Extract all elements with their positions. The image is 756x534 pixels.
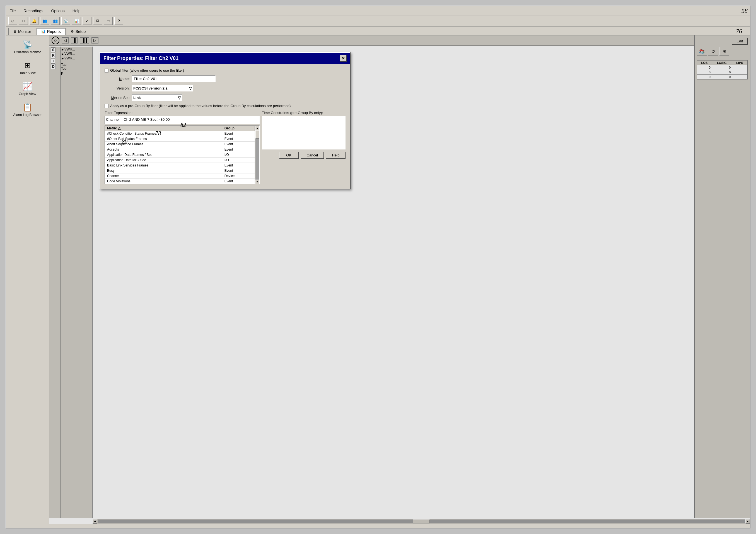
tab-setup-label: Setup	[76, 29, 86, 34]
version-label: Version:	[105, 86, 130, 90]
filter-metric-6: Basic Link Services Frames	[105, 163, 222, 168]
filter-expression-box[interactable]: Channel = Ch 2 AND MB ? Sec > 30.00	[105, 116, 259, 124]
metric-set-select[interactable]: Link ▽	[132, 94, 182, 101]
menu-recordings[interactable]: Recordings	[23, 8, 45, 14]
toolbar-btn-2[interactable]: □	[19, 17, 28, 25]
filter-row-0[interactable]: #Check Condition Status Frames Event	[105, 131, 255, 136]
version-dropdown-arrow: ▽	[189, 86, 192, 90]
toolbar-btn-7[interactable]: 📊	[72, 17, 81, 25]
toolbar-btn-5[interactable]: 👥	[51, 17, 60, 25]
filter-expression-label: Filter Expression:	[105, 111, 259, 115]
scroll-track[interactable]	[256, 130, 259, 179]
graphview-icon: 📈	[23, 82, 32, 91]
filter-metric-7: Busy	[105, 168, 222, 174]
filter-metric-4: Application Data Frames / Sec	[105, 152, 222, 158]
filter-table-container: Metric △ Group #Check Condition Status F	[105, 125, 259, 184]
toolbar-btn-3[interactable]: 🔔	[30, 17, 39, 25]
filter-metric-8: Channel	[105, 174, 222, 179]
filter-group-2: Event	[222, 142, 255, 147]
tab-monitor-label: Monitor	[18, 29, 31, 34]
menu-help[interactable]: Help	[71, 8, 82, 14]
name-label: Name:	[105, 77, 130, 81]
global-filter-row: Global filter (allow other users to use …	[105, 68, 345, 72]
content-area: 📡 Utilization Monitor ⊞ Table View 📈 Gra…	[6, 36, 750, 524]
toolbar-btn-4[interactable]: 👥	[40, 17, 49, 25]
filter-vscrollbar[interactable]: ▲ ▼	[255, 126, 259, 184]
annotation-76: 76	[736, 28, 748, 35]
menu-options[interactable]: Options	[50, 8, 66, 14]
toolbar-btn-6[interactable]: 📡	[61, 17, 70, 25]
version-value: FC/SCSI version 2.2	[133, 86, 168, 90]
menu-bar: File Recordings Options Help 58	[6, 6, 750, 16]
filter-row-3[interactable]: Accepts Event	[105, 147, 255, 152]
toolbar-btn-11[interactable]: ?	[114, 17, 123, 25]
setup-icon: ⚙	[71, 30, 74, 34]
scroll-thumb[interactable]	[256, 130, 259, 139]
tab-monitor[interactable]: 🖥 Monitor	[8, 28, 36, 35]
scroll-up-btn[interactable]: ▲	[255, 126, 259, 130]
toolbar-btn-1[interactable]: ⊙	[8, 17, 17, 25]
modal-body: Global filter (allow other users to use …	[100, 64, 350, 189]
filter-row-4[interactable]: Application Data Frames / Sec I/O	[105, 152, 255, 158]
filter-group-3: Event	[222, 147, 255, 152]
metric-set-value: Link	[133, 96, 141, 100]
tab-bar: 🖥 Monitor 📊 Reports ⚙ Setup 76	[6, 26, 750, 36]
sidebar-graphview-label: Graph View	[19, 92, 36, 96]
version-select[interactable]: FC/SCSI version 2.2 ▽	[132, 85, 193, 92]
global-filter-label: Global filter (allow other users to use …	[110, 68, 184, 72]
filter-group-7: Event	[222, 168, 255, 174]
time-constraints-label: Time Constraints (pre-Group By only):	[262, 111, 345, 115]
toolbar-btn-9[interactable]: 🖥	[93, 17, 102, 25]
scroll-down-btn[interactable]: ▼	[255, 179, 259, 184]
filter-row-2[interactable]: Abort Sequence Frames Event	[105, 142, 255, 147]
tab-reports-label: Reports	[47, 29, 61, 34]
pregroup-row: Apply as a pre-Group By filter (filter w…	[105, 104, 345, 108]
filter-table-header-row: Metric △ Group	[105, 126, 255, 131]
filter-left: Filter Expression: Channel = Ch 2 AND MB…	[105, 111, 259, 184]
name-row: Name:	[105, 75, 345, 82]
filter-scrollbar-container: Metric △ Group #Check Condition Status F	[105, 126, 259, 184]
sidebar-utilization-label: Utilization Monitor	[14, 50, 41, 54]
metric-set-row: Mertric Set: Link ▽	[105, 94, 345, 101]
filter-row-9[interactable]: Code Violations Event	[105, 179, 255, 184]
filter-group-9: Event	[222, 179, 255, 184]
filter-metric-3: Accepts	[105, 147, 222, 152]
filter-row-1[interactable]: #Other Bad Status Frames Event	[105, 136, 255, 142]
filter-row-7[interactable]: Busy Event	[105, 168, 255, 174]
pregroup-checkbox[interactable]	[105, 104, 108, 108]
toolbar-btn-8[interactable]: ✓	[83, 17, 92, 25]
utilization-icon: 📡	[23, 40, 32, 49]
ok-button[interactable]: OK	[279, 152, 299, 159]
time-constraints-box[interactable]	[262, 116, 345, 149]
filter-metric-5: Application Data MB / Sec	[105, 158, 222, 163]
sidebar: 📡 Utilization Monitor ⊞ Table View 📈 Gra…	[6, 36, 49, 524]
filter-group-6: Event	[222, 163, 255, 168]
monitor-icon: 🖥	[13, 30, 16, 34]
sidebar-alarmlog-label: Alarm Log Browser	[13, 113, 41, 117]
toolbar-btn-10[interactable]: ▭	[104, 17, 113, 25]
modal-close-btn[interactable]: ✕	[340, 55, 347, 62]
filter-metric-2: Abort Sequence Frames	[105, 142, 222, 147]
tab-setup[interactable]: ⚙ Setup	[66, 28, 91, 35]
reports-icon: 📊	[41, 30, 45, 34]
filter-group-1: Event	[222, 136, 255, 142]
cancel-button[interactable]: Cancel	[301, 152, 324, 159]
sidebar-item-utilization[interactable]: 📡 Utilization Monitor	[7, 38, 48, 56]
sidebar-item-tableview[interactable]: ⊞ Table View	[7, 59, 48, 77]
sidebar-tableview-label: Table View	[19, 71, 36, 75]
sidebar-item-graphview[interactable]: 📈 Graph View	[7, 79, 48, 98]
help-button[interactable]: Help	[326, 152, 345, 159]
filter-row-6[interactable]: Basic Link Services Frames Event	[105, 163, 255, 168]
pregroup-label: Apply as a pre-Group By filter (filter w…	[110, 104, 290, 108]
filter-area: Filter Expression: Channel = Ch 2 AND MB…	[105, 111, 345, 184]
filter-row-5[interactable]: Application Data MB / Sec I/O	[105, 158, 255, 163]
tab-reports[interactable]: 📊 Reports	[37, 28, 66, 35]
name-input[interactable]	[132, 75, 216, 82]
filter-row-8[interactable]: Channel Device	[105, 174, 255, 179]
sidebar-item-alarmlog[interactable]: 📋 Alarm Log Browser	[7, 100, 48, 119]
filter-metric-1: #Other Bad Status Frames	[105, 136, 222, 142]
menu-file[interactable]: File	[8, 8, 17, 14]
global-filter-checkbox[interactable]	[105, 68, 108, 72]
filter-col-group: Group	[222, 126, 255, 131]
modal-dialog: Filter Properties: Filter Ch2 V01 ✕ Glob…	[99, 52, 351, 189]
